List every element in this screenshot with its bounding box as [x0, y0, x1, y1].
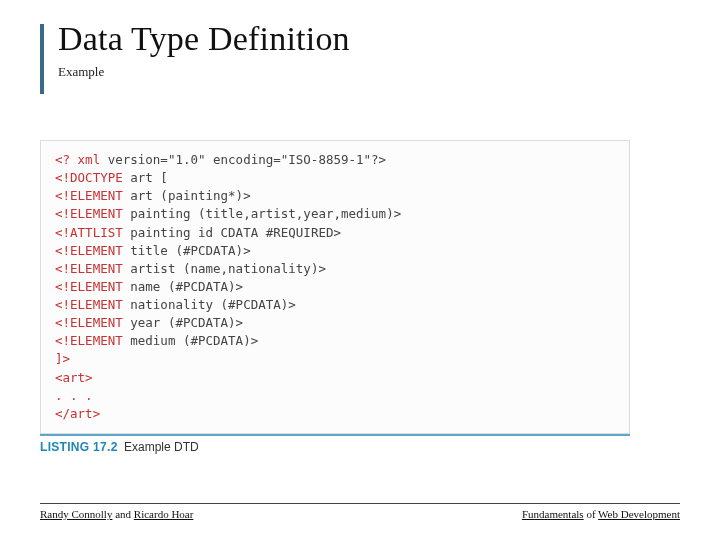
code-text: art (painting*)>	[123, 188, 251, 203]
footer-book-title: Fundamentals of Web Development	[522, 508, 680, 520]
author-name: Randy Connolly	[40, 508, 112, 520]
code-tag: . . .	[55, 388, 93, 403]
code-tag: <!ATTLIST	[55, 225, 123, 240]
code-tag: <? xml	[55, 152, 100, 167]
page-subtitle: Example	[58, 64, 680, 80]
code-tag: <!ELEMENT	[55, 188, 123, 203]
listing-caption: LISTING 17.2 Example DTD	[40, 434, 630, 454]
code-line: . . .	[55, 387, 615, 405]
code-tag: <!ELEMENT	[55, 333, 123, 348]
author-name: Ricardo Hoar	[134, 508, 194, 520]
code-tag: <!ELEMENT	[55, 206, 123, 221]
code-line: <!ATTLIST painting id CDATA #REQUIRED>	[55, 224, 615, 242]
code-line: <!DOCTYPE art [	[55, 169, 615, 187]
code-tag: <!ELEMENT	[55, 279, 123, 294]
listing-label: LISTING 17.2	[40, 440, 118, 454]
footer-text: and	[112, 508, 133, 520]
code-listing: <? xml version="1.0" encoding="ISO-8859-…	[40, 140, 630, 434]
code-tag: <!ELEMENT	[55, 261, 123, 276]
code-line: <!ELEMENT art (painting*)>	[55, 187, 615, 205]
footer-authors: Randy Connolly and Ricardo Hoar	[40, 508, 193, 520]
footer-rule	[40, 503, 680, 504]
slide: Data Type Definition Example <? xml vers…	[0, 0, 720, 540]
code-text: painting id CDATA #REQUIRED>	[123, 225, 341, 240]
title-accent-rule	[40, 24, 44, 94]
listing-description: Example DTD	[124, 440, 199, 454]
slide-footer: Randy Connolly and Ricardo Hoar Fundamen…	[40, 503, 680, 520]
code-line: <!ELEMENT name (#PCDATA)>	[55, 278, 615, 296]
code-text: year (#PCDATA)>	[123, 315, 243, 330]
code-text: painting (title,artist,year,medium)>	[123, 206, 401, 221]
page-title: Data Type Definition	[58, 20, 680, 58]
code-text: medium (#PCDATA)>	[123, 333, 258, 348]
code-line: <!ELEMENT nationality (#PCDATA)>	[55, 296, 615, 314]
code-line: <? xml version="1.0" encoding="ISO-8859-…	[55, 151, 615, 169]
footer-row: Randy Connolly and Ricardo Hoar Fundamen…	[40, 508, 680, 520]
footer-text: Fundamentals	[522, 508, 584, 520]
code-text: title (#PCDATA)>	[123, 243, 251, 258]
code-tag: ]>	[55, 351, 70, 366]
code-tag: <!ELEMENT	[55, 297, 123, 312]
code-text: name (#PCDATA)>	[123, 279, 243, 294]
code-line: <!ELEMENT painting (title,artist,year,me…	[55, 205, 615, 223]
code-line: ]>	[55, 350, 615, 368]
code-text: art [	[123, 170, 168, 185]
code-line: <art>	[55, 369, 615, 387]
code-text: artist (name,nationality)>	[123, 261, 326, 276]
code-text: version="1.0" encoding="ISO-8859-1"?>	[100, 152, 386, 167]
code-line: <!ELEMENT artist (name,nationality)>	[55, 260, 615, 278]
code-tag: <!ELEMENT	[55, 243, 123, 258]
footer-text: Web Development	[598, 508, 680, 520]
code-line: </art>	[55, 405, 615, 423]
code-line: <!ELEMENT medium (#PCDATA)>	[55, 332, 615, 350]
code-text: nationality (#PCDATA)>	[123, 297, 296, 312]
footer-text: of	[584, 508, 598, 520]
code-tag: </art>	[55, 406, 100, 421]
code-tag: <art>	[55, 370, 93, 385]
code-tag: <!DOCTYPE	[55, 170, 123, 185]
code-line: <!ELEMENT year (#PCDATA)>	[55, 314, 615, 332]
code-tag: <!ELEMENT	[55, 315, 123, 330]
code-line: <!ELEMENT title (#PCDATA)>	[55, 242, 615, 260]
